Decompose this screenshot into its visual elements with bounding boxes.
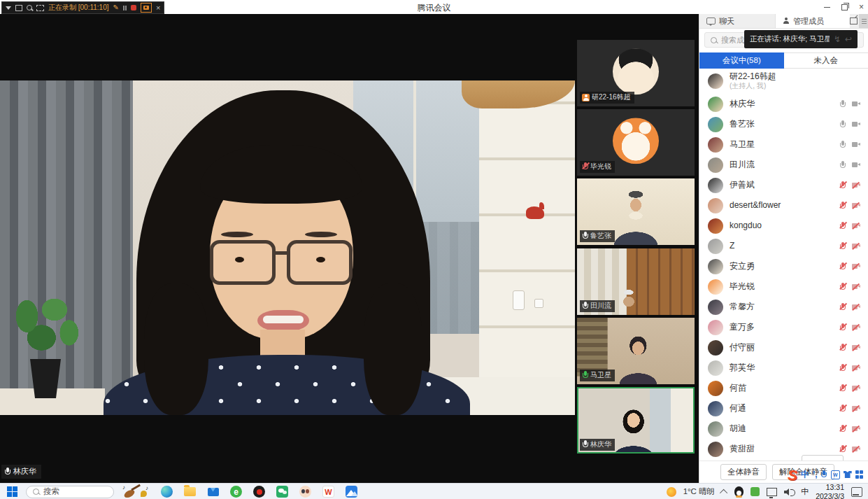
member-mic-icon[interactable] xyxy=(839,161,846,169)
member-camera-icon[interactable] xyxy=(852,162,860,168)
member-row[interactable]: 何通 xyxy=(699,398,868,419)
member-camera-icon[interactable] xyxy=(852,324,860,330)
clock[interactable]: 13:31 2023/3/3 xyxy=(816,483,844,499)
toolbox-icon[interactable] xyxy=(855,470,864,479)
member-row[interactable]: 研22-16韩超 (主持人, 我) xyxy=(699,69,868,94)
member-row[interactable]: 何苗 xyxy=(699,378,868,398)
main-video-feed[interactable] xyxy=(0,80,575,415)
chinese-mode-icon[interactable]: 中 xyxy=(801,470,809,479)
qq-tray-icon[interactable] xyxy=(734,486,744,497)
member-camera-icon[interactable] xyxy=(852,243,860,249)
member-mic-icon[interactable] xyxy=(839,445,846,454)
member-mic-icon[interactable] xyxy=(839,262,846,271)
screen-recorder-icon[interactable] xyxy=(252,485,266,498)
thumbnail-video[interactable]: 鲁艺张 xyxy=(577,178,695,245)
member-camera-icon[interactable] xyxy=(852,141,860,148)
weather-text[interactable]: 1°C 晴朗 xyxy=(683,486,716,497)
tab-manage-members[interactable]: 管理成员 xyxy=(776,14,850,28)
member-row[interactable]: 郭芙华 xyxy=(699,358,868,378)
segment-not-joined[interactable]: 未入会 xyxy=(784,52,868,69)
member-camera-icon[interactable] xyxy=(852,344,860,351)
member-mic-icon[interactable] xyxy=(839,364,846,372)
sogou-logo-icon[interactable]: S xyxy=(788,468,797,482)
thumbnail-video[interactable]: 田川流 xyxy=(577,248,695,315)
file-explorer-icon[interactable] xyxy=(183,485,197,498)
input-method-toolbar[interactable]: S 中 ’, W xyxy=(788,466,863,483)
member-camera-icon[interactable] xyxy=(852,121,860,127)
mail-icon[interactable] xyxy=(206,485,220,498)
pause-icon[interactable] xyxy=(123,6,127,10)
avatar-app-icon[interactable] xyxy=(299,485,312,498)
member-camera-icon[interactable] xyxy=(852,283,860,290)
restore-button[interactable] xyxy=(841,4,848,10)
recorder-menu-icon[interactable] xyxy=(6,6,11,10)
member-mic-icon[interactable] xyxy=(839,222,846,230)
member-camera-icon[interactable] xyxy=(852,385,860,391)
member-row[interactable]: 常馨方 xyxy=(699,297,868,317)
member-camera-icon[interactable] xyxy=(852,304,860,310)
camera-capture-icon[interactable] xyxy=(141,3,152,13)
thumbnail-video[interactable]: 马卫星 xyxy=(577,318,695,384)
member-row[interactable]: 安立勇 xyxy=(699,256,868,276)
input-language-indicator[interactable]: 中 xyxy=(801,486,809,497)
member-mic-icon[interactable] xyxy=(839,120,846,129)
punctuation-icon[interactable]: ’, xyxy=(813,470,818,479)
member-camera-icon[interactable] xyxy=(852,365,860,371)
member-row[interactable]: Z xyxy=(699,236,868,256)
edge-browser-icon[interactable] xyxy=(160,485,173,498)
tencent-meeting-icon[interactable] xyxy=(345,485,358,498)
wechat-tray-icon[interactable] xyxy=(750,487,760,496)
member-mic-icon[interactable] xyxy=(839,100,846,108)
minimize-button[interactable] xyxy=(824,7,830,8)
member-mic-icon[interactable] xyxy=(839,425,846,433)
segment-in-meeting[interactable]: 会议中(58) xyxy=(699,52,784,69)
member-row[interactable]: 胡迪 xyxy=(699,419,868,439)
network-icon[interactable] xyxy=(767,488,777,496)
popout-panel-icon[interactable] xyxy=(850,17,858,24)
member-camera-icon[interactable] xyxy=(852,182,860,188)
start-button[interactable] xyxy=(7,486,17,497)
notification-center-icon[interactable] xyxy=(851,487,862,497)
recorder-window-icon[interactable] xyxy=(15,5,22,11)
skin-icon[interactable] xyxy=(844,471,852,478)
stop-record-icon[interactable] xyxy=(131,5,136,10)
member-mic-icon[interactable] xyxy=(839,242,846,251)
mute-all-button[interactable]: 全体静音 xyxy=(720,464,767,480)
member-row[interactable]: 伊善斌 xyxy=(699,175,868,195)
member-mic-icon[interactable] xyxy=(839,344,846,352)
thumbnail-video[interactable]: 研22-16韩超 xyxy=(577,40,695,106)
volume-icon[interactable] xyxy=(784,488,794,496)
tray-expand-icon[interactable] xyxy=(720,489,727,496)
member-mic-icon[interactable] xyxy=(839,405,846,413)
recorder-close-icon[interactable]: × xyxy=(156,4,160,12)
tab-chat[interactable]: 聊天 xyxy=(699,14,776,28)
member-camera-icon[interactable] xyxy=(852,202,860,209)
member-row[interactable]: 付守丽 xyxy=(699,337,868,358)
member-camera-icon[interactable] xyxy=(852,405,860,412)
keyboard-icon[interactable]: W xyxy=(831,470,840,479)
close-button[interactable]: × xyxy=(859,3,864,11)
member-row[interactable]: 童万多 xyxy=(699,317,868,337)
panel-menu-handle[interactable] xyxy=(859,14,868,28)
weather-sun-icon[interactable] xyxy=(667,487,676,497)
member-row[interactable]: 田川流 xyxy=(699,155,868,175)
member-camera-icon[interactable] xyxy=(852,101,860,107)
member-row[interactable]: kongduo xyxy=(699,216,868,236)
thumbnail-video[interactable]: 毕光锐 xyxy=(577,109,695,176)
member-mic-icon[interactable] xyxy=(839,323,846,332)
member-row[interactable]: 马卫星 xyxy=(699,134,868,155)
recorder-region-icon[interactable] xyxy=(36,5,44,11)
member-camera-icon[interactable] xyxy=(852,446,860,452)
taskbar-search[interactable]: 搜索 xyxy=(26,486,114,498)
member-camera-icon[interactable] xyxy=(852,223,860,229)
member-row[interactable]: 毕光锐 xyxy=(699,276,868,297)
member-mic-icon[interactable] xyxy=(839,202,846,210)
recorder-zoom-icon[interactable] xyxy=(27,5,32,10)
voice-input-icon[interactable] xyxy=(821,470,827,479)
browser-360-icon[interactable]: e xyxy=(229,485,243,498)
hand-raise-icon[interactable]: ↯ xyxy=(834,35,841,43)
member-row[interactable]: desert&flower xyxy=(699,195,868,216)
member-row[interactable]: 林庆华 xyxy=(699,94,868,114)
member-mic-icon[interactable] xyxy=(839,283,846,291)
thumbnail-video-active[interactable]: 林庆华 xyxy=(577,387,695,454)
